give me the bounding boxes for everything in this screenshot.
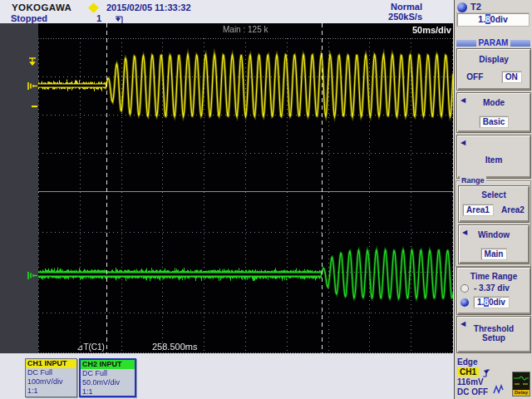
ch1-input-box[interactable]: CH1 INPUT DC Full 100mV/div 1:1	[25, 358, 77, 397]
radio-off-icon[interactable]	[461, 284, 469, 293]
window-title: Window	[459, 230, 529, 239]
tr-value-suffix: 0div	[489, 298, 505, 307]
waveform-plot-area	[38, 23, 453, 353]
menu-select-button[interactable]: Select Area1 Area2	[459, 186, 529, 222]
oscilloscope-screen: YOKOGAWA 2015/02/05 11:33:32 Stopped 1 N…	[0, 0, 532, 399]
mode-value[interactable]: Basic	[480, 116, 509, 127]
menu-display-button[interactable]: Display OFF ON	[457, 49, 530, 90]
trigger-source-badge: CH1	[457, 367, 479, 377]
timebase-label: 50ms/div	[366, 25, 451, 35]
waveform-display[interactable]	[38, 23, 453, 353]
param-header-bar-right	[510, 40, 530, 47]
marker-number: 1	[96, 13, 101, 23]
ch1-zero-marker-icon[interactable]	[27, 80, 38, 95]
datetime-display: 2015/02/05 11:33:32	[106, 2, 191, 12]
select-area1-option[interactable]: Area1	[463, 204, 493, 215]
select-title: Select	[459, 190, 529, 200]
ch1-input-title: CH1 INPUT	[26, 359, 76, 368]
t2-value-suffix: 0div	[490, 14, 508, 24]
trigger-hysteresis-tick	[32, 106, 37, 107]
ch2-zero-marker-icon[interactable]	[27, 269, 38, 284]
radio-on-icon[interactable]	[461, 298, 469, 307]
record-length-label: Main : 125 k	[223, 25, 268, 34]
sample-rate-label: 250kS/s	[366, 12, 422, 22]
ch2-vdiv: 50.0mV/div	[81, 378, 135, 387]
brand-diamond-icon	[88, 2, 99, 13]
time-range-row2[interactable]: 1.80div	[461, 297, 509, 308]
ch2-input-box[interactable]: CH2 INPUT DC Full 50.0mV/div 1:1	[79, 358, 136, 397]
ch1-probe: 1:1	[26, 387, 76, 396]
delay-thumbnail-label: Delay	[513, 390, 530, 396]
trigger-level-label: 116mV	[457, 377, 484, 387]
time-range-row1-value: - 3.37 div	[474, 283, 510, 293]
threshold-title-line2: Setup	[457, 333, 530, 342]
menu-threshold-button[interactable]: ◀ Threshold Setup	[457, 317, 530, 352]
brand-logo: YOKOGAWA	[12, 2, 71, 12]
menu-mode-button[interactable]: ◀ Mode Basic	[457, 93, 530, 132]
param-header-title: PARAM	[476, 38, 511, 47]
noise-reject-icon	[492, 383, 505, 398]
item-title: Item	[457, 155, 530, 165]
menu-time-range-button[interactable]: Time Range - 3.37 div 1.80div	[457, 268, 530, 314]
select-area2-option[interactable]: Area2	[501, 205, 525, 214]
ch2-coupling: DC Full	[81, 369, 135, 378]
ch1-coupling: DC Full	[26, 368, 76, 377]
cursor-measure-value: 258.500ms	[152, 342, 197, 352]
window-value[interactable]: Main	[481, 249, 507, 259]
trigger-coupling-label: DC OFF	[457, 387, 488, 397]
menu-arrow-icon: ◀	[461, 139, 466, 146]
ch2-input-title: CH2 INPUT	[81, 360, 135, 369]
display-off-option[interactable]: OFF	[466, 72, 483, 81]
menu-window-button[interactable]: ◀ Window Main	[459, 225, 529, 264]
menu-arrow-icon: ◀	[461, 320, 466, 328]
mode-title: Mode	[457, 98, 530, 107]
menu-item-button[interactable]: ◀ Item	[457, 135, 530, 178]
trigger-type-label: Edge	[457, 357, 477, 367]
channel-status-bar: CH1 INPUT DC Full 100mV/div 1:1 CH2 INPU…	[0, 353, 454, 399]
menu-arrow-icon: ◀	[462, 229, 467, 236]
acquisition-status: Stopped	[11, 13, 47, 23]
graticule-left-margin	[0, 23, 38, 353]
threshold-title-line1: Threshold	[457, 324, 530, 333]
param-menu-header: PARAM	[456, 37, 530, 48]
ch2-probe: 1:1	[81, 387, 135, 397]
trigger-mode-label: Normal	[366, 2, 422, 12]
t2-value-prefix: 1.	[478, 14, 485, 24]
delay-thumbnail[interactable]: Delay	[512, 372, 530, 397]
time-range-title: Time Range	[457, 272, 530, 281]
time-range-row2-value[interactable]: 1.80div	[474, 297, 509, 308]
range-group-label: Range	[460, 176, 486, 185]
t2-value-box[interactable]: 1.80div	[457, 13, 529, 26]
trigger-level-marker-icon[interactable]	[28, 55, 38, 70]
t2-label: T2	[470, 2, 481, 12]
ch1-vdiv: 100mV/div	[26, 377, 76, 387]
param-header-bar-left	[456, 40, 476, 47]
menu-arrow-icon: ◀	[461, 96, 466, 104]
display-title: Display	[457, 55, 530, 64]
t2-knob-icon[interactable]	[457, 2, 467, 12]
cursor-measure-label: ⊿T(C1)	[76, 342, 105, 352]
display-on-option[interactable]: ON	[502, 71, 521, 82]
time-range-row1[interactable]: - 3.37 div	[461, 283, 510, 293]
